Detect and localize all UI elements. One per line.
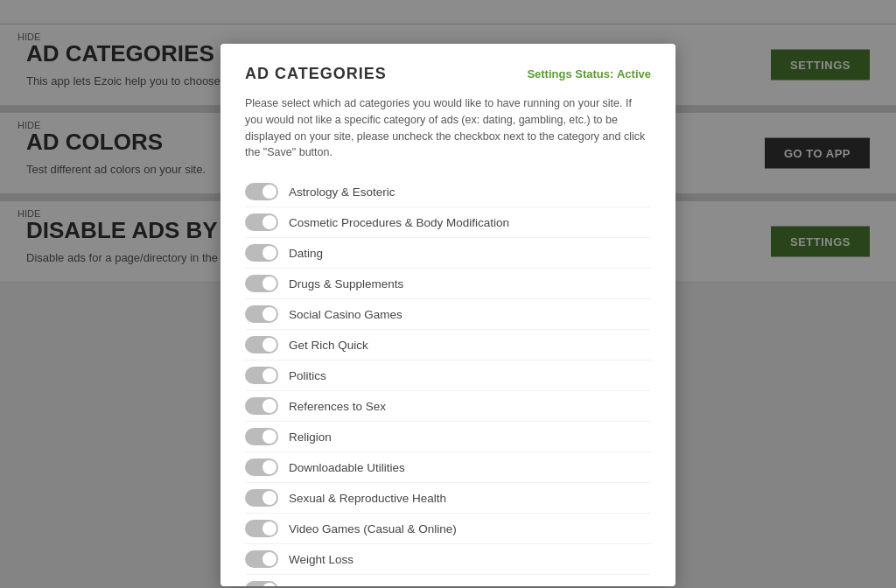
modal-description: Please select which ad categories you wo…: [245, 95, 651, 161]
toggle-knob-religion: [262, 430, 276, 444]
category-label-2: Dating: [289, 247, 323, 260]
category-label-12: Weight Loss: [289, 553, 354, 566]
toggle-downloadable[interactable]: [245, 458, 278, 476]
category-row-6: Politics: [245, 360, 651, 391]
toggle-get-rich[interactable]: [245, 336, 278, 354]
toggle-knob-weight-loss: [262, 552, 276, 566]
modal-header: AD CATEGORIES Settings Status: Active: [245, 65, 651, 83]
toggle-sexual-health[interactable]: [245, 489, 278, 507]
modal-status: Settings Status: Active: [527, 67, 651, 80]
toggle-politics[interactable]: [245, 367, 278, 384]
page-background: HIDE AD CATEGORIES This app lets Ezoic h…: [0, 0, 896, 588]
category-label-0: Astrology & Esoteric: [289, 186, 396, 199]
category-row-2: Dating: [245, 238, 651, 269]
toggle-knob-cosmetic: [262, 215, 276, 229]
category-row-13: Consumer Loans: [245, 575, 651, 586]
toggle-astrology[interactable]: [245, 183, 278, 200]
toggle-knob-sexual-health: [262, 491, 276, 505]
category-label-8: Religion: [289, 430, 332, 444]
modal-status-value: Active: [617, 67, 651, 80]
category-row-11: Video Games (Casual & Online): [245, 514, 651, 544]
category-row-0: Astrology & Esoteric: [245, 177, 651, 207]
category-row-12: Weight Loss: [245, 544, 651, 575]
toggle-consumer-loans[interactable]: [245, 581, 278, 586]
toggle-knob-astrology: [262, 185, 276, 199]
toggle-knob-casino: [262, 307, 276, 321]
toggle-drugs[interactable]: [245, 275, 278, 292]
category-label-13: Consumer Loans: [289, 584, 379, 587]
toggle-knob-video-games: [262, 522, 276, 536]
category-label-9: Downloadable Utilities: [289, 461, 405, 474]
modal-status-label: Settings Status:: [527, 67, 613, 80]
category-row-4: Social Casino Games: [245, 299, 651, 330]
toggle-knob-consumer-loans: [262, 583, 276, 586]
categories-list: Astrology & Esoteric Cosmetic Procedures…: [245, 177, 651, 586]
toggle-knob-politics: [262, 368, 276, 382]
toggle-knob-get-rich: [262, 338, 276, 352]
modal-overlay[interactable]: AD CATEGORIES Settings Status: Active Pl…: [0, 0, 896, 588]
category-label-3: Drugs & Supplements: [289, 277, 403, 290]
category-row-5: Get Rich Quick: [245, 330, 651, 360]
category-label-10: Sexual & Reproductive Health: [289, 492, 446, 505]
category-label-4: Social Casino Games: [289, 308, 402, 321]
toggle-sex-ref[interactable]: [245, 397, 278, 415]
ad-categories-modal: AD CATEGORIES Settings Status: Active Pl…: [220, 44, 676, 586]
category-label-6: Politics: [289, 369, 326, 382]
toggle-knob-drugs: [262, 276, 276, 290]
category-label-5: Get Rich Quick: [289, 339, 368, 352]
toggle-weight-loss[interactable]: [245, 550, 278, 568]
toggle-knob-downloadable: [262, 460, 276, 474]
category-row-7: References to Sex: [245, 391, 651, 422]
category-row-8: Religion: [245, 422, 651, 452]
category-row-9: Downloadable Utilities: [245, 452, 651, 483]
category-row-10: Sexual & Reproductive Health: [245, 483, 651, 514]
toggle-dating[interactable]: [245, 244, 278, 262]
toggle-knob-dating: [262, 246, 276, 260]
toggle-cosmetic[interactable]: [245, 214, 278, 231]
toggle-knob-sex-ref: [262, 399, 276, 413]
category-label-1: Cosmetic Procedures & Body Modification: [289, 216, 509, 229]
toggle-casino[interactable]: [245, 305, 278, 323]
category-label-11: Video Games (Casual & Online): [289, 522, 457, 536]
category-row-3: Drugs & Supplements: [245, 269, 651, 299]
toggle-religion[interactable]: [245, 428, 278, 445]
category-label-7: References to Sex: [289, 400, 386, 413]
modal-title: AD CATEGORIES: [245, 65, 387, 83]
toggle-video-games[interactable]: [245, 520, 278, 537]
category-row-1: Cosmetic Procedures & Body Modification: [245, 207, 651, 238]
